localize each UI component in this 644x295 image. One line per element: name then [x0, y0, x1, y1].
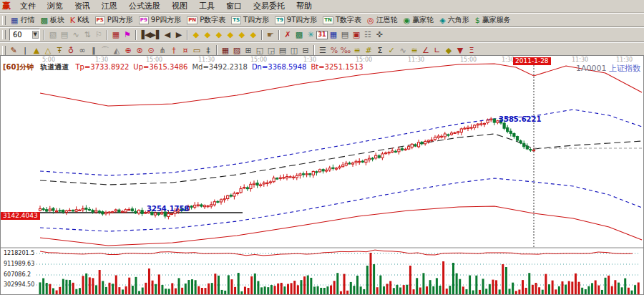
menu-item-视图[interactable]: 视图	[166, 0, 193, 12]
cycle-icon[interactable]: ∞	[77, 45, 88, 56]
equal-icon[interactable]: ≌	[351, 45, 363, 56]
volume-bar	[238, 273, 240, 294]
period-combobox[interactable]: 60 ▼	[9, 29, 40, 41]
xi-icon[interactable]: Ξ	[466, 45, 477, 56]
chevron-down-icon[interactable]: ▼	[32, 31, 39, 39]
diamond-in-icon[interactable]: ◆	[236, 29, 248, 40]
win-grid-icon[interactable]: ▦	[220, 45, 231, 56]
diamond-small-icon[interactable]: ◆	[443, 45, 454, 56]
win-minus-icon[interactable]: ⊟	[300, 45, 311, 56]
corner-b-icon[interactable]: ◲	[265, 45, 277, 56]
vline-icon[interactable]: |	[19, 45, 31, 56]
menu-item-公式选股[interactable]: 公式选股	[123, 0, 166, 12]
save-icon[interactable]: ▣	[351, 29, 362, 40]
toolbar-grip[interactable]	[2, 16, 6, 25]
chart-area[interactable]: 5:001:3015:0011:3015:001:3015:0011:3015:…	[0, 55, 644, 295]
check-icon[interactable]: ✓	[386, 45, 397, 56]
candlestick-chart[interactable]	[1, 56, 643, 294]
menu-item-文件[interactable]: 文件	[14, 0, 42, 12]
diamond-down-icon[interactable]: ◆	[225, 29, 236, 40]
button-9T四方形[interactable]: T99T四方形	[272, 15, 320, 26]
win-rows-icon[interactable]: ▤	[277, 45, 288, 56]
red-grid-icon[interactable]: ▦	[110, 29, 122, 40]
percent-icon[interactable]: %	[328, 45, 340, 56]
menu-item-帮助[interactable]: 帮助	[291, 0, 318, 12]
spark-icon[interactable]: ¤	[180, 45, 191, 56]
button-P四方形[interactable]: PSP四方形	[92, 15, 136, 26]
settings-icon[interactable]: ✜	[374, 29, 385, 40]
gold-up-icon[interactable]: ▲	[31, 45, 42, 56]
target-icon[interactable]: ⊕	[122, 45, 134, 56]
delete-icon[interactable]: ✗	[282, 29, 293, 40]
button-江恩轮[interactable]: ◎江恩轮	[364, 15, 401, 26]
diamond-right-icon[interactable]: ◆	[202, 29, 213, 40]
hand-icon[interactable]: ☛	[265, 29, 276, 40]
menu-item-交易委托[interactable]: 交易委托	[248, 0, 291, 12]
parallel-icon[interactable]: ‖	[88, 45, 99, 56]
cross-icon[interactable]: †	[168, 45, 180, 56]
flag-gray-icon[interactable]: ⚐	[93, 29, 104, 40]
corner-a-icon[interactable]: ◱	[254, 45, 265, 56]
button-T四方形[interactable]: TST四方形	[228, 15, 272, 26]
first-icon[interactable]: ▐◀	[139, 29, 150, 40]
wave-icon[interactable]: ∿	[70, 29, 82, 40]
rect-icon[interactable]: ▭	[191, 45, 203, 56]
anchor-icon[interactable]: ♁	[65, 45, 77, 56]
win-cols-icon[interactable]: ◫	[288, 45, 300, 56]
tri-down-icon[interactable]: ▼	[454, 45, 466, 56]
right-angle-icon[interactable]: ∟	[431, 45, 443, 56]
menu-item-江恩[interactable]: 江恩	[96, 0, 123, 12]
menu-item-资讯[interactable]: 资讯	[69, 0, 96, 12]
win-hatch-icon[interactable]: ▨	[231, 45, 243, 56]
lines-icon[interactable]: ☰	[317, 45, 328, 56]
next-icon[interactable]: ▶	[173, 29, 185, 40]
mouse-icon[interactable]: ☷	[362, 29, 374, 40]
burst-icon[interactable]: ✳	[305, 29, 316, 40]
button-9P四方形[interactable]: P99P四方形	[136, 15, 184, 26]
hash-icon[interactable]: #	[363, 45, 374, 56]
diamond-left-icon[interactable]: ◆	[190, 29, 202, 40]
wheel-small-icon[interactable]: ⊛	[134, 45, 145, 56]
sigma-icon[interactable]: Σ	[374, 45, 386, 56]
toolbar-grip[interactable]	[2, 30, 6, 39]
approx-icon[interactable]: ≅	[409, 45, 420, 56]
button-T数字表[interactable]: TNT数字表	[320, 15, 364, 26]
button-K线[interactable]: KK线	[67, 15, 92, 26]
button-六角形[interactable]: ◈六角形	[436, 15, 472, 26]
table-icon[interactable]: ▦	[328, 29, 339, 40]
arc-icon[interactable]: ⌒	[99, 45, 111, 56]
menu-item-浏览[interactable]: 浏览	[42, 0, 69, 12]
dagger-icon[interactable]: ‡	[203, 45, 214, 56]
win-plus-icon[interactable]: ⊞	[243, 45, 254, 56]
last-icon[interactable]: ▶▌	[150, 29, 162, 40]
gold-down-icon[interactable]: △	[42, 45, 54, 56]
permille-icon[interactable]: ‰	[340, 45, 351, 56]
toolbar-grip[interactable]	[2, 46, 6, 55]
candle-body	[470, 127, 472, 128]
circle-dot-icon[interactable]: ⊙	[145, 45, 157, 56]
diamond-up-icon[interactable]: ◆	[213, 29, 225, 40]
menu-item-工具[interactable]: 工具	[193, 0, 220, 12]
pencil-icon[interactable]: ✎	[8, 45, 19, 56]
tline-icon[interactable]: Ŧ	[54, 45, 65, 56]
layout-icon[interactable]: ▧	[47, 29, 59, 40]
wave2-icon[interactable]: ∿	[397, 45, 409, 56]
button-赢家服务[interactable]: $赢家服务	[472, 15, 514, 26]
button-行情[interactable]: ▦行情	[8, 15, 37, 26]
fork-icon[interactable]: ⋔	[157, 45, 168, 56]
calendar-icon[interactable]: 31	[316, 29, 328, 40]
list-icon[interactable]: ▤	[339, 29, 351, 40]
note-icon[interactable]: ▤	[59, 29, 70, 40]
diamond-out-icon[interactable]: ◆	[248, 29, 259, 40]
fan-icon[interactable]: ◭	[111, 45, 122, 56]
updown-icon[interactable]: ⇅	[82, 29, 93, 40]
net-icon[interactable]: ▩	[293, 29, 305, 40]
magenta-flag-icon[interactable]: ⚑	[122, 29, 133, 40]
button-赢家轮[interactable]: ◉赢家轮	[401, 15, 437, 26]
menu-item-窗口[interactable]: 窗口	[220, 0, 248, 12]
angle-icon[interactable]: ∠	[420, 45, 431, 56]
button-P数字表[interactable]: PNP数字表	[184, 15, 228, 26]
button-板块[interactable]: ▩板块	[37, 15, 67, 26]
prev-icon[interactable]: ◀	[162, 29, 173, 40]
volume-bar	[165, 289, 167, 294]
